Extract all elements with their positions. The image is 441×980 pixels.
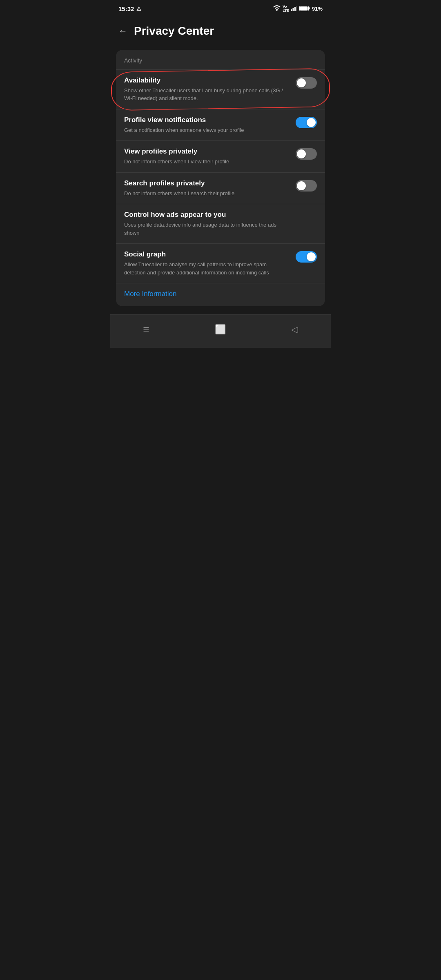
svg-rect-5 — [300, 6, 307, 10]
nav-home-icon[interactable]: ⬜ — [215, 324, 226, 335]
svg-rect-0 — [291, 9, 292, 11]
setting-item-profile-view-notifications: Profile view notifications Get a notific… — [116, 109, 325, 141]
toggle-social-graph[interactable] — [296, 251, 317, 263]
setting-title-view-private: View profiles privately — [124, 147, 289, 156]
bottom-nav-bar: ≡ ⬜ ◁ — [110, 314, 331, 348]
setting-title-availability: Availability — [124, 76, 289, 85]
setting-desc-view-private: Do not inform others when I view their p… — [124, 158, 289, 166]
svg-rect-3 — [296, 6, 297, 11]
setting-item-search-profiles-privately: Search profiles privately Do not inform … — [116, 172, 325, 204]
svg-rect-1 — [292, 8, 294, 11]
setting-item-view-profiles-privately: View profiles privately Do not inform ot… — [116, 140, 325, 172]
setting-desc-social-graph: Allow Truecaller to analyse my call patt… — [124, 261, 289, 276]
setting-item-control-ads: Control how ads appear to you Uses profi… — [116, 204, 325, 243]
status-bar: 15:32 ⚠ VoLTE 91% — [110, 0, 331, 16]
setting-content-view-private: View profiles privately Do not inform ot… — [124, 147, 296, 166]
toggle-track-view-private[interactable] — [296, 148, 317, 160]
more-information-link[interactable]: More Information — [116, 283, 325, 306]
setting-item-availability: Availability Show other Truecaller users… — [116, 69, 325, 109]
toggle-thumb-social-graph — [307, 252, 316, 261]
section-label: Activity — [116, 50, 325, 69]
setting-title-profile-view: Profile view notifications — [124, 116, 289, 124]
nav-back-icon[interactable]: ◁ — [291, 324, 298, 335]
setting-item-social-graph: Social graph Allow Truecaller to analyse… — [116, 243, 325, 283]
warning-icon: ⚠ — [136, 6, 141, 12]
battery-percentage: 91% — [312, 6, 323, 12]
toggle-track-search-private[interactable] — [296, 180, 317, 192]
toggle-thumb-view-private — [297, 149, 306, 158]
nav-menu-icon[interactable]: ≡ — [143, 323, 149, 336]
setting-content-social-graph: Social graph Allow Truecaller to analyse… — [124, 250, 296, 276]
toggle-profile-view[interactable] — [296, 117, 317, 128]
toggle-track-availability[interactable] — [296, 77, 317, 89]
setting-content-profile-view: Profile view notifications Get a notific… — [124, 116, 296, 134]
setting-title-social-graph: Social graph — [124, 250, 289, 258]
status-time: 15:32 — [118, 5, 134, 12]
setting-title-control-ads: Control how ads appear to you — [124, 211, 289, 219]
setting-title-search-private: Search profiles privately — [124, 179, 289, 187]
toggle-thumb-availability — [297, 78, 306, 87]
page-title: Privacy Center — [134, 24, 214, 38]
signal-icon — [291, 5, 297, 12]
svg-rect-2 — [294, 7, 296, 11]
back-button[interactable]: ← — [118, 26, 127, 36]
toggle-availability[interactable] — [296, 77, 317, 89]
toggle-track-profile-view[interactable] — [296, 117, 317, 128]
svg-rect-6 — [309, 7, 310, 9]
setting-content-control-ads: Control how ads appear to you Uses profi… — [124, 211, 296, 237]
toggle-track-social-graph[interactable] — [296, 251, 317, 263]
toggle-view-private[interactable] — [296, 148, 317, 160]
setting-content-availability: Availability Show other Truecaller users… — [124, 76, 296, 102]
wifi-icon — [273, 5, 281, 12]
setting-desc-availability: Show other Truecaller users that I am bu… — [124, 87, 289, 102]
main-card: Activity Availability Show other Truecal… — [116, 50, 325, 307]
setting-content-search-private: Search profiles privately Do not inform … — [124, 179, 296, 198]
toggle-search-private[interactable] — [296, 180, 317, 192]
setting-desc-profile-view: Get a notification when someone views yo… — [124, 126, 289, 134]
status-right: VoLTE 91% — [273, 5, 323, 13]
status-left: 15:32 ⚠ — [118, 5, 141, 12]
setting-desc-search-private: Do not inform others when I search their… — [124, 189, 289, 198]
volte-icon: VoLTE — [283, 5, 289, 13]
setting-desc-control-ads: Uses profile data,device info and usage … — [124, 221, 289, 237]
header: ← Privacy Center — [110, 16, 331, 50]
toggle-thumb-profile-view — [307, 118, 316, 127]
toggle-thumb-search-private — [297, 181, 306, 190]
battery-icon — [299, 6, 310, 12]
